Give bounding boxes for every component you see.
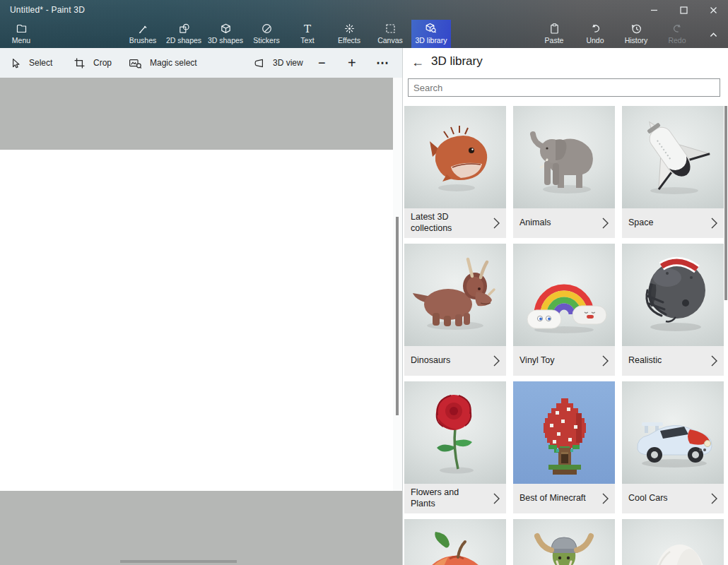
sparkle-icon [344, 21, 356, 35]
card-dinosaurs[interactable]: Dinosaurs [404, 244, 506, 376]
card-best-of-minecraft[interactable]: Best of Minecraft [513, 381, 615, 513]
canvas-frame-icon [384, 21, 397, 35]
horizontal-scrollbar[interactable] [120, 560, 237, 563]
cube-icon [220, 21, 232, 35]
card-partial-mannequin[interactable] [622, 519, 724, 565]
tab-3d-library[interactable]: 3D library [411, 20, 451, 48]
maximize-button[interactable] [669, 0, 698, 20]
menu-button[interactable]: Menu [4, 21, 38, 48]
chevron-right-icon [602, 218, 609, 229]
chevron-right-icon [711, 218, 717, 229]
card-label-strip: Realistic [622, 346, 724, 376]
triceratops-thumbnail [404, 244, 506, 346]
select-tool[interactable]: Select [9, 48, 52, 78]
card-cool-cars[interactable]: Cool Cars [622, 381, 724, 513]
paint3d-window: Untitled* - Paint 3D Menu [0, 0, 728, 565]
panel-scrollbar[interactable] [724, 106, 727, 300]
panel-title: 3D library [431, 54, 483, 69]
card-label-strip: Dinosaurs [404, 346, 506, 376]
football-helmet-thumbnail [622, 244, 724, 346]
card-partial-ogre[interactable] [513, 519, 615, 565]
ribbon: Menu Brushes 2D shapes 3D shapes [0, 20, 728, 48]
tab-stickers[interactable]: Stickers [246, 21, 287, 48]
workspace [0, 78, 402, 565]
tab-effects[interactable]: Effects [329, 21, 370, 48]
library-card-grid: Latest 3D collections [404, 106, 724, 565]
more-options-button[interactable]: ⋯ [376, 48, 389, 78]
card-animals[interactable]: Animals [513, 106, 615, 238]
collapse-ribbon-button[interactable] [703, 21, 723, 48]
apple-thumbnail [404, 519, 506, 565]
zoom-in-button[interactable]: + [348, 48, 356, 78]
search-input[interactable] [408, 78, 720, 97]
undo-button[interactable]: Undo [575, 21, 616, 48]
card-vinyl-toy[interactable]: Vinyl Toy [513, 244, 615, 376]
card-latest-3d-collections[interactable]: Latest 3D collections [404, 106, 506, 238]
tab-text[interactable]: T Text [287, 21, 328, 48]
chevron-up-icon [708, 29, 720, 41]
tab-3d-shapes[interactable]: 3D shapes [205, 21, 246, 48]
minimize-button[interactable] [639, 0, 669, 20]
paste-button[interactable]: Paste [534, 21, 575, 48]
tab-canvas[interactable]: Canvas [370, 21, 411, 48]
window-title: Untitled* - Paint 3D [10, 5, 85, 15]
card-flowers-and-plants[interactable]: Flowers and Plants [404, 381, 506, 513]
elephant-thumbnail [513, 106, 615, 208]
card-label-strip: Cool Cars [622, 484, 724, 513]
3d-view-button[interactable]: 3D view [252, 48, 303, 78]
ellipsis-icon: ⋯ [376, 48, 389, 78]
chevron-right-icon [602, 493, 609, 504]
sticker-icon [261, 21, 273, 35]
chevron-right-icon [493, 218, 500, 229]
panel-header: ← 3D library [403, 48, 728, 76]
redo-icon [671, 21, 683, 35]
zoom-out-button[interactable]: − [318, 48, 326, 78]
clipboard-icon [548, 21, 560, 35]
library-cube-icon [425, 21, 438, 35]
close-button[interactable] [698, 0, 728, 20]
chevron-right-icon [493, 493, 500, 504]
selection-toolbar: Select Crop Magic select 3D view − + ⋯ [0, 48, 402, 78]
drawing-canvas[interactable] [0, 150, 402, 491]
titlebar: Untitled* - Paint 3D [0, 0, 728, 20]
tab-2d-shapes[interactable]: 2D shapes [163, 21, 204, 48]
back-button[interactable]: ← [409, 53, 427, 71]
undo-icon [589, 21, 601, 35]
card-label-strip: Space [622, 208, 724, 238]
history-clock-icon [630, 21, 642, 35]
back-arrow-icon: ← [411, 55, 424, 70]
history-button[interactable]: History [616, 21, 657, 48]
folder-icon [16, 21, 28, 35]
card-realistic[interactable]: Realistic [622, 244, 724, 376]
card-label-strip: Animals [513, 208, 615, 238]
crop-tool[interactable]: Crop [74, 48, 112, 78]
card-space[interactable]: Space [622, 106, 724, 238]
plus-icon: + [348, 48, 356, 78]
chevron-right-icon [602, 355, 609, 367]
tab-brushes[interactable]: Brushes [122, 21, 163, 48]
minimize-icon [650, 6, 658, 14]
rose-thumbnail [404, 381, 506, 484]
redo-button: Redo [657, 21, 698, 48]
card-label-strip: Best of Minecraft [513, 484, 615, 513]
mannequin-head-thumbnail [622, 519, 724, 565]
minecraft-tree-thumbnail [513, 381, 615, 484]
card-label-strip: Vinyl Toy [513, 346, 615, 376]
card-label-strip: Latest 3D collections [404, 208, 506, 238]
magic-select-tool[interactable]: Magic select [129, 48, 197, 78]
rainbow-toy-thumbnail [513, 244, 615, 346]
chevron-right-icon [711, 355, 717, 367]
shapes-2d-icon [178, 21, 190, 35]
close-icon [710, 6, 717, 14]
toy-car-thumbnail [622, 381, 724, 484]
3d-library-panel: ← 3D library [402, 48, 728, 565]
space-shuttle-thumbnail [622, 106, 724, 208]
vertical-scrollbar[interactable] [396, 217, 399, 415]
cursor-icon [9, 57, 21, 69]
card-partial-apple[interactable] [404, 519, 506, 565]
crop-icon [74, 57, 86, 69]
chevron-right-icon [493, 355, 500, 367]
maximize-icon [680, 6, 688, 14]
menu-label: Menu [12, 36, 30, 44]
text-icon: T [304, 21, 311, 35]
